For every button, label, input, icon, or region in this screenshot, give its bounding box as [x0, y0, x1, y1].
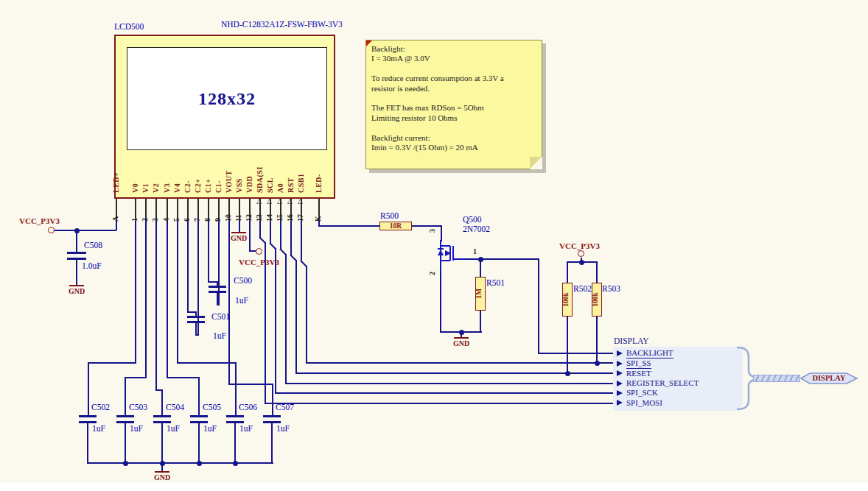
capacitor-plate[interactable]: [67, 252, 86, 254]
wire-segment[interactable]: [275, 248, 276, 394]
wire-segment[interactable]: [275, 392, 619, 394]
harness-signal-label[interactable]: REGISTER_SELECT: [626, 378, 699, 388]
wire-segment-diagonal[interactable]: [300, 260, 307, 267]
capacitor-plate[interactable]: [209, 286, 226, 288]
wire-segment[interactable]: [167, 377, 200, 378]
wire-segment[interactable]: [596, 261, 598, 283]
wire-segment[interactable]: [197, 221, 199, 336]
wire-segment[interactable]: [198, 423, 200, 463]
gnd-port-label[interactable]: GND: [448, 339, 475, 347]
r500-designator[interactable]: R500: [380, 211, 399, 220]
cap-value[interactable]: 1uF: [239, 424, 253, 433]
wire-segment[interactable]: [412, 225, 442, 227]
wire-segment[interactable]: [145, 221, 147, 378]
wire-segment[interactable]: [55, 230, 116, 231]
wire-segment[interactable]: [135, 221, 136, 364]
wire-segment[interactable]: [234, 423, 236, 463]
wire-segment[interactable]: [318, 225, 379, 227]
wire-segment[interactable]: [295, 372, 619, 374]
wire-segment-diagonal[interactable]: [279, 248, 287, 255]
harness-cable[interactable]: [753, 375, 800, 382]
cap-value[interactable]: 1uF: [276, 424, 290, 433]
capacitor-plate[interactable]: [153, 415, 171, 417]
wire-segment[interactable]: [290, 221, 292, 255]
wire-segment[interactable]: [177, 221, 178, 364]
wire-segment[interactable]: [87, 462, 273, 464]
wire-segment[interactable]: [208, 221, 209, 283]
vcc-port-circle-left[interactable]: [48, 227, 55, 233]
q500-part[interactable]: 2N7002: [463, 225, 490, 233]
cap-value[interactable]: 1uF: [92, 424, 105, 433]
capacitor-plate[interactable]: [226, 415, 244, 417]
wire-segment-diagonal[interactable]: [269, 242, 276, 250]
vcc-port-circle-mid[interactable]: [256, 248, 262, 255]
r500-body[interactable]: 10R: [379, 222, 412, 230]
harness-signal-row[interactable]: SPI_SS: [613, 358, 743, 368]
wire-segment[interactable]: [440, 265, 441, 333]
harness-signal-label[interactable]: RESET: [626, 368, 651, 378]
wire-segment[interactable]: [270, 221, 271, 244]
wire-segment[interactable]: [88, 362, 136, 364]
wire-segment[interactable]: [596, 317, 598, 364]
wire-segment[interactable]: [87, 423, 88, 463]
q500-designator[interactable]: Q500: [463, 215, 482, 224]
cap-designator[interactable]: C503: [129, 403, 147, 411]
harness-signal-label[interactable]: BACKLIGHT: [626, 348, 673, 358]
wire-segment[interactable]: [567, 317, 568, 374]
gnd-port-label[interactable]: GND: [63, 287, 90, 295]
gnd-port-label[interactable]: GND: [225, 234, 252, 242]
wire-segment[interactable]: [167, 221, 168, 378]
c501-value[interactable]: 1uF: [213, 331, 226, 340]
wire-segment[interactable]: [187, 221, 189, 313]
c508-value[interactable]: 1.0uF: [82, 261, 102, 270]
wire-segment[interactable]: [295, 260, 297, 374]
harness-signal-label[interactable]: SPI_MOSI: [626, 398, 662, 408]
harness-title[interactable]: DISPLAY: [614, 336, 649, 345]
harness-signal-row[interactable]: REGISTER_SELECT: [613, 378, 743, 388]
wire-segment[interactable]: [228, 384, 273, 385]
c500-value[interactable]: 1uF: [235, 296, 248, 305]
cap-designator[interactable]: C502: [91, 403, 110, 411]
wire-segment-diagonal[interactable]: [290, 254, 297, 261]
harness-signal-label[interactable]: SPI_SS: [626, 358, 651, 369]
wire-segment[interactable]: [259, 221, 261, 238]
r502-body[interactable]: 100k: [562, 283, 573, 317]
wire-segment[interactable]: [265, 242, 266, 404]
wire-segment[interactable]: [198, 377, 200, 417]
harness-signal-row[interactable]: BACKLIGHT: [613, 348, 743, 358]
capacitor-plate[interactable]: [209, 291, 226, 293]
wire-segment[interactable]: [161, 423, 163, 463]
harness-signal-row[interactable]: SPI_SCK: [613, 388, 743, 398]
capacitor-plate[interactable]: [79, 415, 97, 417]
vcc-port-label-mid[interactable]: VCC_P3V3: [239, 258, 279, 266]
capacitor-plate[interactable]: [187, 321, 205, 323]
wire-segment[interactable]: [155, 221, 157, 391]
signal-harness[interactable]: BACKLIGHTSPI_SSRESETREGISTER_SELECTSPI_S…: [613, 347, 743, 411]
wire-segment[interactable]: [125, 377, 147, 378]
wire-segment[interactable]: [76, 260, 77, 285]
wire-segment[interactable]: [280, 221, 281, 250]
capacitor-plate[interactable]: [190, 415, 208, 417]
wire-segment[interactable]: [272, 384, 273, 417]
wire-segment[interactable]: [235, 362, 237, 417]
harness-signal-label[interactable]: SPI_SCK: [626, 388, 658, 398]
schematic-note[interactable]: Backlight:I = 30mA @ 3.0V To reduce curr…: [365, 40, 542, 169]
wire-segment[interactable]: [161, 389, 163, 417]
harness-connector-tag[interactable]: DISPLAY: [799, 372, 858, 385]
wire-segment[interactable]: [265, 403, 619, 404]
r502-designator[interactable]: R502: [573, 284, 592, 293]
c508-designator[interactable]: C508: [84, 241, 102, 250]
wire-segment[interactable]: [441, 225, 442, 241]
cap-designator[interactable]: C505: [203, 403, 221, 411]
wire-segment[interactable]: [285, 383, 619, 384]
wire-segment[interactable]: [228, 221, 230, 385]
wire-segment[interactable]: [480, 310, 481, 333]
wire-segment[interactable]: [567, 261, 568, 283]
q500-mosfet-symbol[interactable]: [433, 240, 466, 266]
vcc-port-circle-right[interactable]: [578, 250, 584, 257]
cap-value[interactable]: 1uF: [167, 424, 180, 433]
wire-segment[interactable]: [480, 258, 539, 260]
lcd-part-number[interactable]: NHD-C12832A1Z-FSW-FBW-3V3: [221, 20, 343, 29]
wire-segment[interactable]: [88, 362, 89, 417]
wire-segment[interactable]: [306, 266, 307, 364]
